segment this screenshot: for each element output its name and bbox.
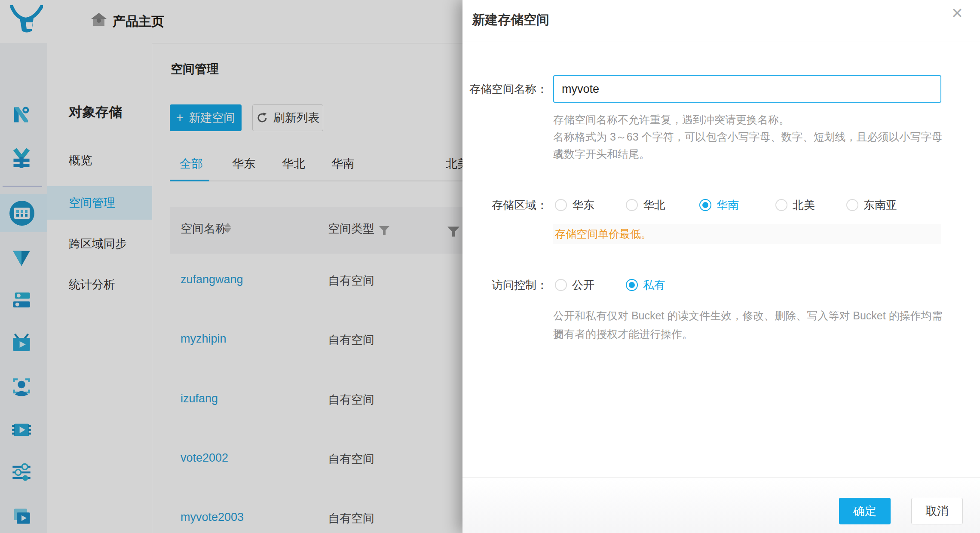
name-help-line-1: 存储空间名称不允许重复，遇到冲突请更换名称。 — [553, 111, 953, 128]
radio-label: 公开 — [572, 278, 594, 293]
radio-label: 私有 — [643, 278, 665, 293]
radio-icon — [555, 279, 567, 291]
bucket-name-label: 存储空间名称： — [462, 75, 548, 103]
region-option-dongnanya[interactable]: 东南亚 — [846, 196, 897, 214]
access-help-line-2: 拥有者的授权才能进行操作。 — [553, 325, 953, 343]
radio-selected-icon — [626, 279, 638, 291]
region-option-huanan[interactable]: 华南 — [699, 196, 739, 214]
access-option-private[interactable]: 私有 — [626, 276, 665, 294]
access-label: 访问控制： — [462, 276, 548, 294]
cancel-button[interactable]: 取消 — [911, 498, 963, 524]
dialog-title: 新建存储空间 — [472, 11, 549, 29]
name-help-line-3: 者数字开头和结尾。 — [553, 145, 953, 162]
dialog-footer: 确定 取消 — [462, 477, 980, 533]
radio-label: 华东 — [572, 198, 594, 213]
create-bucket-dialog: 新建存储空间 × 存储空间名称： 存储空间名称不允许重复，遇到冲突请更换名称。 … — [462, 0, 980, 533]
region-price-notice: 存储空间单价最低。 — [553, 224, 941, 244]
radio-icon — [846, 199, 858, 211]
radio-label: 华南 — [717, 198, 739, 213]
app-root: 产品主页 — [0, 0, 980, 533]
radio-label: 东南亚 — [864, 198, 897, 213]
region-option-beimei[interactable]: 北美 — [775, 196, 815, 214]
region-option-huadong[interactable]: 华东 — [555, 196, 594, 214]
radio-selected-icon — [699, 199, 711, 211]
confirm-button[interactable]: 确定 — [839, 498, 891, 524]
bucket-name-input[interactable] — [553, 75, 941, 103]
close-icon[interactable]: × — [952, 3, 963, 22]
radio-label: 北美 — [793, 198, 815, 213]
radio-icon — [626, 199, 638, 211]
dialog-header: 新建存储空间 × — [462, 0, 980, 42]
region-label: 存储区域： — [462, 196, 548, 214]
radio-icon — [775, 199, 787, 211]
radio-label: 华北 — [643, 198, 665, 213]
radio-icon — [555, 199, 567, 211]
access-option-public[interactable]: 公开 — [555, 276, 594, 294]
region-option-huabei[interactable]: 华北 — [626, 196, 665, 214]
